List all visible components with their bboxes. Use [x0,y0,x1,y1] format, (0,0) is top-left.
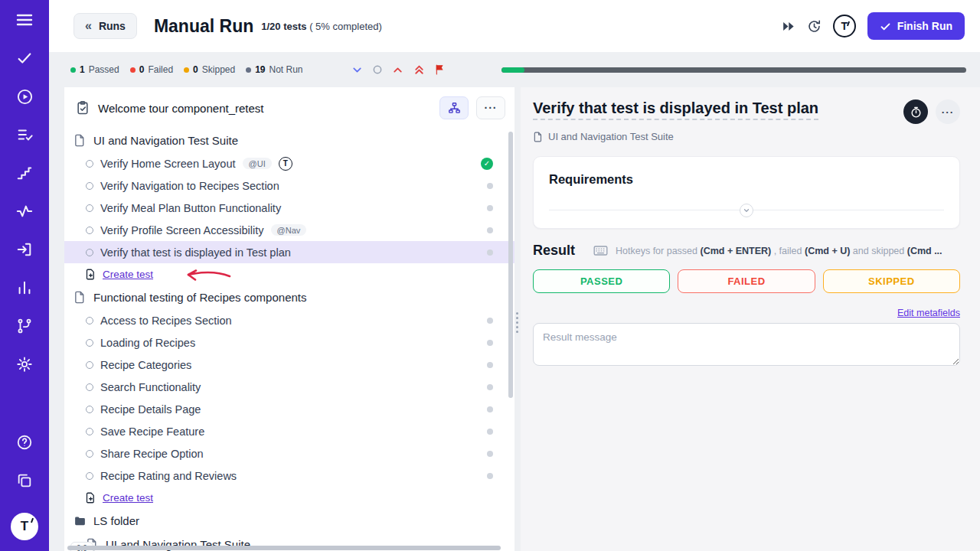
file-plus-icon [85,269,96,280]
check-icon[interactable] [15,49,34,67]
notrun-dot-icon [487,205,493,211]
timer-button[interactable] [903,99,928,124]
detail-more-button[interactable]: ··· [936,99,960,124]
run-progress-fill [501,67,524,73]
status-circle-icon [86,204,93,212]
create-test-link[interactable]: Create test [103,269,153,280]
skipped-button[interactable]: SKIPPED [823,269,960,293]
docs-copy-icon[interactable] [15,471,34,490]
breadcrumb[interactable]: UI and Navigation Test Suite [533,131,960,142]
notrun-dot-icon [246,67,251,73]
passed-check-icon: ✓ [481,158,493,170]
status-circle-icon [86,249,93,256]
back-to-runs-button[interactable]: « Runs [74,13,137,39]
passed-legend: 1Passed [70,64,119,75]
test-row-selected[interactable]: Verify that test is displayed in Test pl… [64,241,514,263]
finish-check-icon [880,21,891,32]
passed-dot-icon [70,67,76,73]
edit-metafields-link[interactable]: Edit metafields [897,308,960,318]
stopwatch-icon [910,106,923,119]
brand-logo[interactable]: T [11,513,38,540]
steps-icon[interactable] [15,164,34,182]
test-row[interactable]: Access to Recipes Section [64,309,514,331]
chart-icon[interactable] [15,279,34,297]
requirements-divider [549,210,944,217]
hotkey-skipped: (Cmd ... [907,246,942,256]
rerun-timer-icon[interactable] [807,19,822,34]
expand-requirements-button[interactable] [740,204,753,217]
result-message-input[interactable] [533,323,960,366]
tests-panel: Welcome tour component_retest ··· UI and… [64,87,514,551]
menu-icon[interactable] [15,11,34,29]
completed-percent: ( 5% completed) [309,21,382,32]
flag-icon[interactable] [434,64,446,76]
requirements-card: Requirements [533,156,960,229]
file-icon [74,291,87,304]
folder-row[interactable]: LS folder [64,509,514,533]
passed-button[interactable]: PASSED [533,269,670,293]
hotkey-passed: (Cmd + ENTER) [700,246,771,256]
test-detail-panel: Verify that test is displayed in Test pl… [521,87,980,551]
test-row[interactable]: Loading of Recipes [64,331,514,354]
more-icon: ··· [485,102,498,114]
checklist-icon[interactable] [15,126,34,144]
brand-logo-letter: T [21,519,28,534]
clipboard-check-icon [75,100,90,116]
test-label: Loading of Recipes [100,337,195,349]
notrun-dot-icon [487,183,493,189]
test-row[interactable]: Share Recipe Option [64,442,514,465]
test-title: Verify that test is displayed in Test pl… [533,99,818,120]
create-test-link[interactable]: Create test [103,492,153,504]
double-chevron-up-icon[interactable] [413,64,426,77]
test-row[interactable]: Recipe Categories [64,354,514,376]
tree-view-button[interactable] [439,96,469,119]
create-test-row: Create test [64,487,514,509]
chevron-up-icon[interactable] [391,64,404,77]
fast-forward-icon[interactable] [781,19,795,34]
circle-outline-icon[interactable] [372,64,383,75]
activity-icon[interactable] [15,202,34,220]
help-icon[interactable] [15,433,34,452]
vertical-scrollbar[interactable] [508,132,513,398]
test-row[interactable]: Verify Navigation to Recipes Section [64,174,514,197]
notrun-dot-icon [487,249,493,256]
main-area: « Runs Manual Run 1/20 tests ( 5% comple… [49,0,980,551]
status-circle-icon [86,160,93,168]
skipped-label: Skipped [202,64,235,75]
notrun-dot-icon [487,429,493,435]
test-row[interactable]: Verify Home Screen Layout @UI T ✓ [64,152,514,174]
branch-icon[interactable] [15,317,34,335]
test-row[interactable]: Verify Meal Plan Button Functionality [64,197,514,219]
file-plus-icon [85,492,96,504]
test-label: Save Recipe Feature [100,425,204,438]
suite-row[interactable]: Functional testing of Recipes components [64,285,514,309]
hotkeys-hint: Hotkeys for passed (Cmd + ENTER) , faile… [616,246,942,256]
panel-more-button[interactable]: ··· [476,96,505,119]
horizontal-scrollbar[interactable] [67,546,501,550]
run-progress-text: 1/20 tests ( 5% completed) [261,21,382,32]
test-row[interactable]: Recipe Rating and Reviews [64,465,514,487]
chevron-down-icon[interactable] [351,64,364,77]
header-brand-logo[interactable]: T [833,15,856,37]
notrun-dot-icon [487,406,493,412]
tests-panel-header: Welcome tour component_retest ··· [64,87,514,129]
suite-row[interactable]: UI and Navigation Test Suite [64,129,514,152]
failed-button[interactable]: FAILED [678,269,815,293]
test-row[interactable]: Search Functionality [64,376,514,398]
skipped-count: 0 [193,64,198,75]
settings-gear-icon[interactable] [15,355,34,373]
filter-icons [351,64,446,77]
test-row[interactable]: Save Recipe Feature [64,420,514,442]
run-play-icon[interactable] [15,87,34,106]
panel-splitter[interactable] [514,87,521,551]
test-row[interactable]: Verify Profile Screen Accessibility @Nav [64,219,514,241]
breadcrumb-suite-name: UI and Navigation Test Suite [548,131,674,142]
top-bar: « Runs Manual Run 1/20 tests ( 5% comple… [49,0,980,52]
notrun-dot-icon [487,362,493,368]
login-icon[interactable] [15,240,34,259]
finish-run-button[interactable]: Finish Run [867,12,965,40]
result-buttons: PASSED FAILED SKIPPED [533,269,960,293]
suite-name: UI and Navigation Test Suite [93,134,238,147]
test-row[interactable]: Recipe Details Page [64,398,514,420]
automated-logo-letter: T [283,159,288,168]
